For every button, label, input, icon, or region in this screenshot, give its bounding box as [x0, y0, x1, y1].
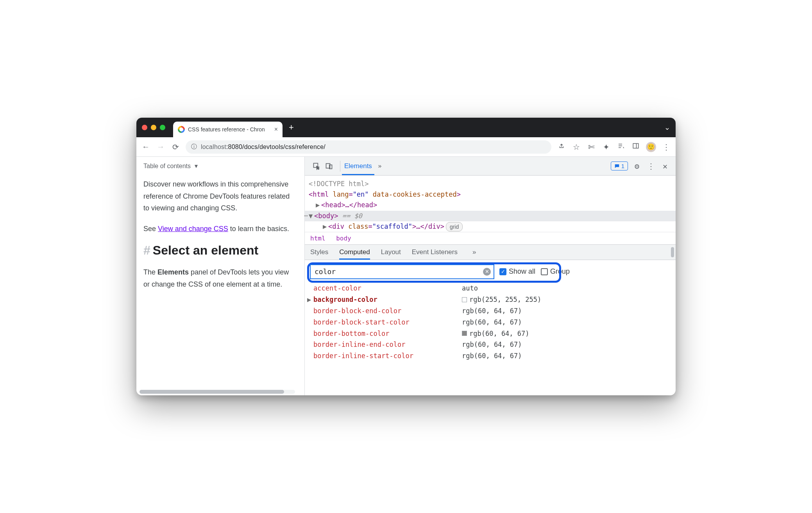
div-scaffold-node[interactable]: ▶<div class="scaffold">…</div>grid — [309, 221, 672, 232]
property-name: background-color — [313, 294, 462, 305]
expand-triangle-icon[interactable]: ▶ — [307, 294, 313, 305]
address-bar[interactable]: ⓘ localhost:8080/docs/devtools/css/refer… — [186, 140, 551, 154]
reading-list-icon[interactable] — [616, 142, 626, 151]
html-node[interactable]: <html lang="en" data-cookies-accepted> — [309, 189, 672, 200]
back-button[interactable]: ← — [141, 142, 150, 151]
checkbox-unchecked-icon — [541, 268, 548, 275]
profile-avatar[interactable]: 🙂 — [646, 142, 656, 152]
issues-count: 1 — [621, 163, 624, 169]
inspect-element-icon[interactable] — [311, 161, 322, 172]
property-value: rgb(60, 64, 67) — [462, 350, 522, 362]
head-node[interactable]: ▶<head>…</head> — [309, 200, 672, 210]
computed-property-row[interactable]: border-block-end-colorrgb(60, 64, 67) — [313, 305, 676, 317]
devtools-toolbar: Elements » 1 ⚙ ⋮ ✕ — [305, 157, 676, 176]
computed-property-row[interactable]: accent-colorauto — [313, 283, 676, 294]
browser-tab[interactable]: CSS features reference - Chron × — [173, 122, 283, 137]
event-listeners-tab[interactable]: Event Listeners — [412, 245, 458, 260]
dom-tree[interactable]: <!DOCTYPE html> <html lang="en" data-coo… — [305, 176, 676, 232]
expand-triangle-icon[interactable] — [307, 350, 313, 362]
minimize-window-button[interactable] — [151, 125, 156, 130]
section-heading: #Select an element — [143, 243, 293, 258]
content-area: Table of contents ▾ Discover new workflo… — [136, 157, 676, 395]
clear-filter-icon[interactable]: ✕ — [483, 268, 491, 276]
computed-filter-bar: ✕ ✓ Show all Group — [305, 260, 676, 283]
computed-property-row[interactable]: border-bottom-colorrgb(60, 64, 67) — [313, 328, 676, 339]
maximize-window-button[interactable] — [160, 125, 165, 130]
breadcrumb: html body — [305, 232, 676, 244]
reload-button[interactable]: ⟳ — [171, 142, 180, 152]
expand-triangle-icon[interactable] — [307, 305, 313, 317]
computed-property-row[interactable]: border-inline-start-colorrgb(60, 64, 67) — [313, 350, 676, 362]
device-toolbar-icon[interactable] — [324, 161, 334, 172]
share-icon[interactable] — [557, 142, 566, 151]
table-of-contents-toggle[interactable]: Table of contents ▾ — [143, 162, 293, 170]
property-name: border-inline-end-color — [313, 339, 462, 350]
chrome-favicon-icon — [178, 126, 185, 133]
site-info-icon[interactable]: ⓘ — [191, 143, 197, 151]
window-controls — [142, 125, 165, 130]
close-devtools-icon[interactable]: ✕ — [660, 161, 670, 171]
tabs-overflow-button[interactable]: ⌄ — [664, 123, 670, 132]
url-text: localhost:8080/docs/devtools/css/referen… — [201, 143, 326, 151]
browser-window: CSS features reference - Chron × + ⌄ ← →… — [136, 118, 676, 395]
view-change-css-link[interactable]: View and change CSS — [158, 225, 228, 233]
new-tab-button[interactable]: + — [289, 122, 294, 133]
chrome-menu-button[interactable]: ⋮ — [662, 142, 671, 152]
expand-triangle-icon[interactable]: ▶ — [316, 200, 321, 210]
horizontal-scrollbar[interactable] — [140, 390, 295, 394]
devtools-panel: Elements » 1 ⚙ ⋮ ✕ <!DOCTYPE html> <html… — [304, 157, 676, 395]
close-window-button[interactable] — [142, 125, 147, 130]
expand-triangle-icon[interactable] — [307, 283, 313, 294]
crumb-body[interactable]: body — [336, 235, 351, 242]
more-subtabs-icon[interactable]: » — [472, 248, 476, 256]
collapse-triangle-icon[interactable]: ▼ — [309, 211, 314, 221]
elements-tab[interactable]: Elements — [342, 157, 374, 175]
forward-button[interactable]: → — [156, 142, 165, 151]
side-panel-icon[interactable] — [631, 142, 640, 151]
more-tabs-icon[interactable]: » — [374, 161, 385, 172]
computed-property-row[interactable]: border-block-start-colorrgb(60, 64, 67) — [313, 317, 676, 328]
styles-tab[interactable]: Styles — [310, 245, 328, 260]
expand-triangle-icon[interactable] — [307, 328, 313, 339]
show-all-label: Show all — [509, 267, 535, 276]
grid-badge[interactable]: grid — [446, 222, 463, 231]
bookmark-icon[interactable]: ☆ — [572, 142, 581, 152]
styles-subtabs: Styles Computed Layout Event Listeners » — [305, 244, 676, 260]
property-name: border-block-start-color — [313, 317, 462, 328]
group-checkbox[interactable]: Group — [541, 267, 570, 276]
crumb-html[interactable]: html — [310, 235, 326, 242]
devtools-menu-icon[interactable]: ⋮ — [646, 161, 656, 171]
computed-property-row[interactable]: ▶background-colorrgb(255, 255, 255) — [313, 294, 676, 305]
page-content: Table of contents ▾ Discover new workflo… — [136, 157, 304, 395]
property-name: border-bottom-color — [313, 328, 462, 339]
subtab-scrollbar[interactable] — [671, 247, 674, 257]
body-node-selected[interactable]: ▼<body> == $0 — [305, 211, 676, 221]
computed-property-row[interactable]: border-inline-end-colorrgb(60, 64, 67) — [313, 339, 676, 350]
extensions-icon[interactable]: ✦ — [601, 142, 611, 152]
close-tab-button[interactable]: × — [274, 126, 278, 133]
filter-input[interactable] — [310, 265, 494, 279]
scissors-icon[interactable]: ✄ — [587, 142, 596, 152]
svg-rect-0 — [633, 143, 639, 148]
property-value: rgb(60, 64, 67) — [462, 317, 522, 328]
show-all-checkbox[interactable]: ✓ Show all — [499, 267, 535, 276]
property-value: rgb(255, 255, 255) — [462, 294, 541, 305]
doctype-node[interactable]: <!DOCTYPE html> — [309, 179, 672, 189]
hash-anchor-icon[interactable]: # — [143, 243, 150, 258]
toolbar: ← → ⟳ ⓘ localhost:8080/docs/devtools/css… — [136, 137, 676, 157]
color-swatch-icon[interactable] — [462, 297, 467, 302]
toc-label: Table of contents — [143, 163, 191, 170]
property-value: rgb(60, 64, 67) — [462, 328, 529, 339]
issues-badge[interactable]: 1 — [611, 161, 628, 170]
color-swatch-icon[interactable] — [462, 331, 467, 336]
chevron-down-icon: ▾ — [195, 162, 198, 170]
layout-tab[interactable]: Layout — [381, 245, 401, 260]
expand-triangle-icon[interactable]: ▶ — [323, 221, 328, 232]
group-label: Group — [550, 267, 570, 276]
property-value: rgb(60, 64, 67) — [462, 305, 522, 317]
settings-icon[interactable]: ⚙ — [632, 161, 642, 171]
filter-input-wrap: ✕ — [310, 265, 494, 279]
computed-tab[interactable]: Computed — [339, 245, 370, 260]
expand-triangle-icon[interactable] — [307, 317, 313, 328]
expand-triangle-icon[interactable] — [307, 339, 313, 350]
